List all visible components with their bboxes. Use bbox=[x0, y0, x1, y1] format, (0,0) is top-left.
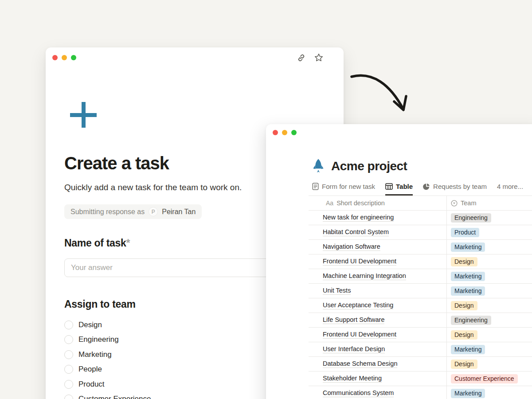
column-header-team[interactable]: Team bbox=[446, 200, 532, 207]
radio-button[interactable] bbox=[64, 321, 73, 329]
column-header-short-description[interactable]: Aa Short description bbox=[309, 200, 446, 207]
cell-short-description[interactable]: Navigation Software bbox=[309, 243, 446, 251]
cell-team[interactable]: Product bbox=[446, 228, 532, 237]
cell-team[interactable]: Marketing bbox=[446, 243, 532, 252]
text-aa-icon: Aa bbox=[326, 200, 333, 207]
team-tag[interactable]: Marketing bbox=[451, 286, 485, 296]
team-tag[interactable]: Design bbox=[451, 301, 477, 310]
table-row[interactable]: Communications SystemMarketing bbox=[309, 386, 532, 399]
cell-team[interactable]: Marketing bbox=[446, 286, 532, 296]
team-option-customer-experience[interactable]: Customer Experience bbox=[64, 392, 242, 399]
team-tag[interactable]: Design bbox=[451, 257, 477, 266]
team-tag[interactable]: Marketing bbox=[451, 272, 485, 281]
tab-label: Requests by team bbox=[433, 183, 487, 190]
table-row[interactable]: Machine Learning IntegrationMarketing bbox=[309, 269, 532, 284]
cell-short-description[interactable]: New task for engineering bbox=[309, 214, 446, 222]
copy-link-icon[interactable] bbox=[297, 53, 305, 62]
table-row[interactable]: Stakeholder MeetingCustomer Experience bbox=[309, 372, 532, 386]
task-title[interactable]: Life Support Software bbox=[323, 316, 384, 324]
team-tag[interactable]: Marketing bbox=[451, 345, 485, 354]
cell-team[interactable]: Design bbox=[446, 257, 532, 266]
close-window-button[interactable] bbox=[52, 55, 58, 60]
task-title[interactable]: Database Schema Design bbox=[323, 360, 397, 368]
table-row[interactable]: Navigation SoftwareMarketing bbox=[309, 240, 532, 254]
team-tag[interactable]: Design bbox=[451, 330, 477, 340]
cell-short-description[interactable]: Communications System bbox=[309, 389, 446, 397]
cell-short-description[interactable]: Habitat Control System bbox=[309, 228, 446, 236]
cell-team[interactable]: Engineering bbox=[446, 316, 532, 325]
table-row[interactable]: New task for engineeringEngineering bbox=[309, 211, 532, 225]
task-title[interactable]: Navigation Software bbox=[323, 243, 380, 251]
cell-short-description[interactable]: User Interface Design bbox=[309, 345, 446, 353]
cell-team[interactable]: Design bbox=[446, 360, 532, 369]
close-window-button[interactable] bbox=[273, 130, 278, 135]
radio-button[interactable] bbox=[64, 365, 73, 374]
cell-short-description[interactable]: Frontend UI Development bbox=[309, 331, 446, 339]
task-title[interactable]: User Acceptance Testing bbox=[323, 301, 393, 309]
team-option-engineering[interactable]: Engineering bbox=[64, 332, 242, 348]
table-row[interactable]: User Interface DesignMarketing bbox=[309, 342, 532, 357]
cell-team[interactable]: Customer Experience bbox=[446, 374, 532, 383]
zoom-window-button[interactable] bbox=[71, 55, 76, 60]
cell-team[interactable]: Design bbox=[446, 301, 532, 310]
task-title[interactable]: Communications System bbox=[323, 389, 394, 397]
cell-short-description[interactable]: Machine Learning Integration bbox=[309, 272, 446, 280]
team-tag[interactable]: Design bbox=[451, 360, 477, 369]
cell-team[interactable]: Marketing bbox=[446, 272, 532, 281]
task-title[interactable]: Machine Learning Integration bbox=[323, 272, 406, 280]
tab-table[interactable]: Table bbox=[385, 180, 413, 196]
cell-team[interactable]: Engineering bbox=[446, 213, 532, 223]
tab-requests-by-team[interactable]: Requests by team bbox=[423, 180, 487, 196]
task-title[interactable]: User Interface Design bbox=[323, 345, 385, 353]
column-divider bbox=[446, 196, 447, 399]
radio-button[interactable] bbox=[64, 350, 73, 359]
radio-button[interactable] bbox=[64, 335, 73, 344]
cell-short-description[interactable]: Unit Tests bbox=[309, 287, 446, 295]
team-option-people[interactable]: People bbox=[64, 362, 242, 377]
cell-short-description[interactable]: Database Schema Design bbox=[309, 360, 446, 368]
team-tag[interactable]: Engineering bbox=[451, 316, 491, 325]
table-row[interactable]: Life Support SoftwareEngineering bbox=[309, 313, 532, 328]
cell-team[interactable]: Design bbox=[446, 330, 532, 340]
cell-short-description[interactable]: Stakeholder Meeting bbox=[309, 375, 446, 383]
task-title[interactable]: Frontend UI Development bbox=[323, 331, 396, 339]
task-title[interactable]: Stakeholder Meeting bbox=[323, 375, 382, 383]
tab-4-more[interactable]: 4 more... bbox=[497, 180, 523, 196]
table-row[interactable]: User Acceptance TestingDesign bbox=[309, 298, 532, 313]
table-row[interactable]: Frontend UI DevelopmentDesign bbox=[309, 328, 532, 342]
team-tag[interactable]: Engineering bbox=[451, 213, 491, 223]
table-row[interactable]: Frontend UI DevelopmentDesign bbox=[309, 254, 532, 269]
cell-short-description[interactable]: Life Support Software bbox=[309, 316, 446, 324]
team-tag[interactable]: Marketing bbox=[451, 389, 485, 398]
tab-form-for-new-task[interactable]: Form for new task bbox=[312, 180, 375, 196]
cell-team[interactable]: Marketing bbox=[446, 389, 532, 398]
table-row[interactable]: Habitat Control SystemProduct bbox=[309, 225, 532, 240]
radio-label: Customer Experience bbox=[78, 395, 151, 399]
cell-short-description[interactable]: Frontend UI Development bbox=[309, 258, 446, 266]
minimize-window-button[interactable] bbox=[62, 55, 67, 60]
table-row[interactable]: Unit TestsMarketing bbox=[309, 284, 532, 298]
task-title[interactable]: New task for engineering bbox=[323, 214, 394, 222]
team-tag[interactable]: Customer Experience bbox=[451, 374, 518, 383]
cell-team[interactable]: Marketing bbox=[446, 345, 532, 354]
team-option-marketing[interactable]: Marketing bbox=[64, 347, 242, 362]
team-option-product[interactable]: Product bbox=[64, 377, 242, 392]
task-title[interactable]: Unit Tests bbox=[323, 287, 351, 295]
user-name: Peiran Tan bbox=[162, 208, 196, 216]
table-row[interactable]: Database Schema DesignDesign bbox=[309, 357, 532, 372]
team-tag[interactable]: Product bbox=[451, 228, 479, 237]
radio-button[interactable] bbox=[64, 395, 73, 399]
tab-label: Form for new task bbox=[322, 183, 375, 190]
favorite-star-icon[interactable] bbox=[314, 53, 323, 62]
task-title[interactable]: Frontend UI Development bbox=[323, 258, 396, 266]
cell-short-description[interactable]: User Acceptance Testing bbox=[309, 301, 446, 309]
table-header-row: Aa Short description Team bbox=[309, 196, 532, 211]
plus-icon bbox=[70, 102, 97, 128]
team-option-design[interactable]: Design bbox=[64, 317, 242, 332]
zoom-window-button[interactable] bbox=[291, 130, 297, 135]
minimize-window-button[interactable] bbox=[282, 130, 287, 135]
team-tag[interactable]: Marketing bbox=[451, 243, 485, 252]
radio-button[interactable] bbox=[64, 380, 73, 389]
window-controls bbox=[52, 55, 76, 60]
task-title[interactable]: Habitat Control System bbox=[323, 228, 389, 236]
